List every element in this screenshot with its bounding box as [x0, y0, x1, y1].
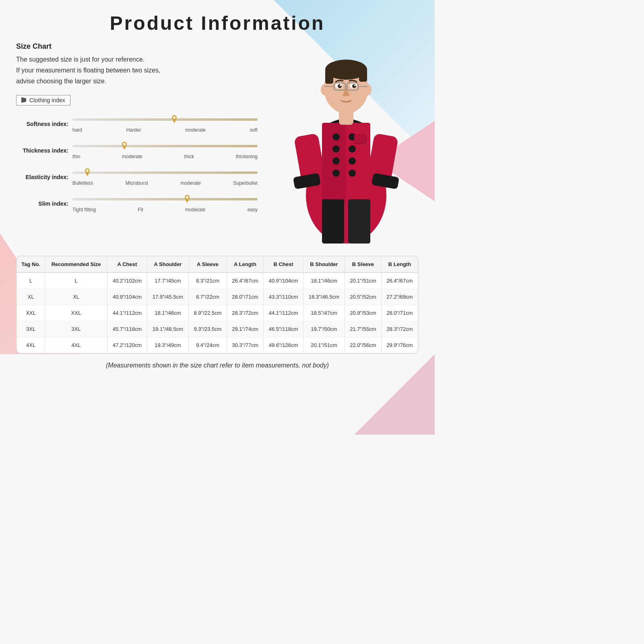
cell-4-3: 19.3"/49cm: [147, 337, 188, 353]
cell-3-1: 3XL: [45, 321, 107, 337]
svg-point-19: [349, 169, 356, 177]
svg-rect-21: [322, 199, 344, 244]
desc-line3: advise choosing the larger size.: [16, 78, 106, 85]
col-a-chest: A Chest: [107, 256, 147, 272]
svg-point-14: [332, 157, 340, 165]
table-row: XXLXXL44.1"/112cm18.1"/46cm8.9"/22.5cm28…: [17, 305, 418, 321]
elasticity-indicator: [85, 168, 90, 173]
size-table-wrapper: Tag No. Recommended Size A Chest A Shoul…: [16, 256, 419, 354]
svg-point-17: [349, 145, 356, 153]
svg-point-1: [123, 143, 126, 145]
cell-3-2: 45.7"/116cm: [107, 321, 147, 337]
softness-label: Softness index:: [16, 114, 72, 127]
description-text: The suggested size is just for your refe…: [16, 54, 258, 87]
cell-3-8: 21.7"/55cm: [345, 321, 381, 337]
elasticity-label-2: Microburst: [126, 180, 148, 186]
elasticity-track: [72, 171, 258, 174]
cell-4-8: 22.0"/56cm: [345, 337, 381, 353]
cell-0-2: 40.2"/102cm: [107, 272, 147, 289]
svg-point-12: [332, 133, 340, 140]
cell-1-7: 18.3"/46.5cm: [303, 289, 345, 305]
svg-point-30: [338, 84, 342, 88]
svg-point-18: [349, 157, 356, 165]
cell-1-3: 17.9"/45.5cm: [147, 289, 188, 305]
size-chart-title: Size Chart: [16, 42, 258, 51]
thickness-index-row: Thickness index: thin moderate thick: [16, 140, 258, 159]
thickness-labels: thin moderate thick thickening: [72, 154, 258, 159]
cell-0-7: 18.1"/46cm: [303, 272, 345, 289]
cell-0-3: 17.7"/45cm: [147, 272, 188, 289]
softness-slider-area: hard Harder moderate soft: [72, 114, 258, 133]
softness-label-1: hard: [72, 127, 82, 133]
cell-4-2: 47.2"/120cm: [107, 337, 147, 353]
svg-point-31: [352, 84, 356, 88]
col-a-sleeve: A Sleeve: [188, 256, 227, 272]
cell-0-8: 20.1"/51cm: [345, 272, 381, 289]
model-svg: [274, 42, 419, 244]
thickness-track: [72, 145, 258, 147]
left-content: Size Chart The suggested size is just fo…: [16, 42, 258, 244]
cell-2-8: 20.9"/53cm: [345, 305, 381, 321]
table-row: LL40.2"/102cm17.7"/45cm8.3"/21cm26.4"/67…: [17, 272, 418, 289]
clothing-index-box: Clothing index: [16, 95, 70, 105]
svg-rect-20: [354, 135, 366, 144]
table-body: LL40.2"/102cm17.7"/45cm8.3"/21cm26.4"/67…: [17, 272, 418, 353]
elasticity-label-4: Superbullet: [233, 180, 258, 186]
cell-2-4: 8.9"/22.5cm: [188, 305, 227, 321]
table-row: XLXL40.9"/104cm17.9"/45.5cm8.7"/22cm28.0…: [17, 289, 418, 305]
col-a-shoulder: A Shoulder: [147, 256, 188, 272]
table-row: 4XL4XL47.2"/120cm19.3"/49cm9.4"/24cm30.3…: [17, 337, 418, 353]
softness-labels: hard Harder moderate soft: [72, 127, 258, 133]
cell-2-1: XXL: [45, 305, 107, 321]
cell-0-5: 26.4"/67cm: [227, 272, 263, 289]
cell-1-0: XL: [17, 289, 45, 305]
cell-2-5: 28.3"/72cm: [227, 305, 263, 321]
col-tag-no: Tag No.: [17, 256, 45, 272]
slim-track: [72, 198, 258, 200]
svg-rect-26: [325, 70, 333, 84]
model-image: [274, 42, 419, 244]
slim-track-container: [72, 193, 258, 205]
elasticity-labels: Bulletless Microburst moderate Superbull…: [72, 180, 258, 186]
cell-1-4: 8.7"/22cm: [188, 289, 227, 305]
table-header-row: Tag No. Recommended Size A Chest A Shoul…: [17, 256, 418, 272]
slim-label-4: easy: [248, 207, 258, 213]
cell-4-5: 30.3"/77cm: [227, 337, 263, 353]
table-row: 3XL3XL45.7"/116cm19.1"/48.5cm9.3"/23.5cm…: [17, 321, 418, 337]
size-table: Tag No. Recommended Size A Chest A Shoul…: [17, 256, 418, 353]
svg-point-3: [186, 196, 188, 198]
softness-indicator: [172, 115, 177, 120]
softness-track: [72, 118, 258, 121]
slim-labels: Tight fitting Fit moderate easy: [72, 207, 258, 213]
thickness-label-3: thick: [184, 154, 194, 159]
elasticity-index-row: Elasticity index: Bulletless Microburst …: [16, 167, 258, 186]
desc-line2: If your measurement is floating between …: [16, 67, 160, 74]
cell-4-6: 49.6"/126cm: [263, 337, 303, 353]
cell-3-6: 46.5"/118cm: [263, 321, 303, 337]
elasticity-label-3: moderate: [180, 180, 201, 186]
svg-point-13: [332, 145, 340, 153]
softness-label-2: Harder: [126, 127, 141, 133]
svg-point-35: [363, 84, 372, 95]
svg-point-0: [173, 116, 175, 119]
cell-2-3: 18.1"/46cm: [147, 305, 188, 321]
clothing-index-label: Clothing index: [29, 97, 65, 103]
cell-1-9: 27.2"/69cm: [381, 289, 418, 305]
footer-note: (Measurements shown in the size chart re…: [16, 362, 419, 369]
svg-rect-27: [359, 70, 367, 82]
col-b-sleeve: B Sleeve: [345, 256, 381, 272]
col-b-length: B Length: [381, 256, 418, 272]
cell-0-1: L: [45, 272, 107, 289]
cell-1-5: 28.0"/71cm: [227, 289, 263, 305]
thickness-label-4: thickening: [236, 154, 258, 159]
softness-index-row: Softness index: hard Harder moderate: [16, 114, 258, 133]
cell-0-0: L: [17, 272, 45, 289]
right-content: [266, 42, 419, 244]
cell-1-1: XL: [45, 289, 107, 305]
slim-indicator: [185, 195, 190, 200]
thickness-label-1: thin: [72, 154, 80, 159]
svg-point-32: [340, 85, 341, 86]
elasticity-track-container: [72, 167, 258, 179]
elasticity-slider-area: Bulletless Microburst moderate Superbull…: [72, 167, 258, 186]
svg-rect-22: [348, 199, 370, 244]
